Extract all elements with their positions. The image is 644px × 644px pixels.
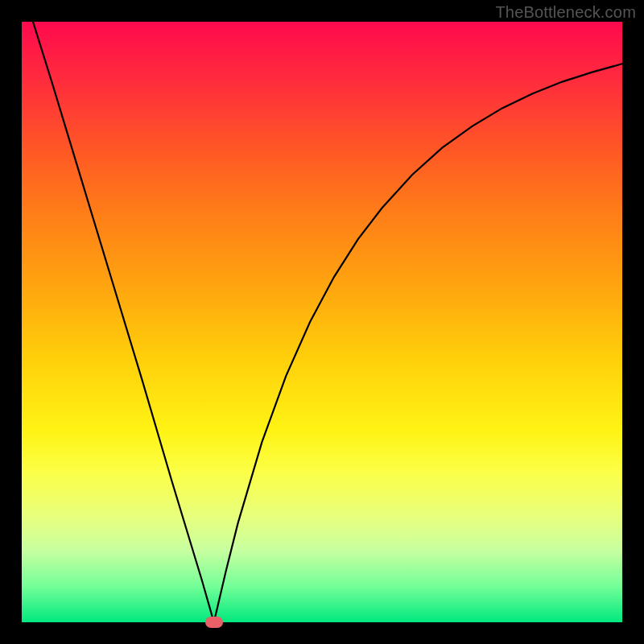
chart-frame: TheBottleneck.com [0, 0, 644, 644]
optimal-point-marker [205, 617, 223, 628]
bottleneck-curve [22, 22, 622, 622]
watermark-text: TheBottleneck.com [495, 3, 636, 22]
plot-area [22, 22, 622, 622]
